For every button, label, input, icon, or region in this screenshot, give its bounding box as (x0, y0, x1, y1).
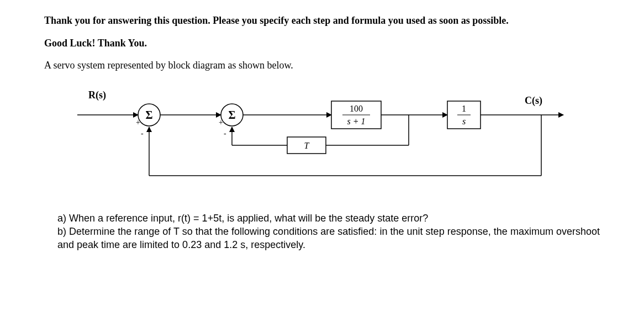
output-label: C(s) (525, 95, 542, 107)
block-g2-den: s (462, 117, 466, 126)
block-g2-num: 1 (462, 104, 466, 113)
sum2-minus: - (224, 129, 226, 138)
question-b: b) Determine the range of T so that the … (57, 225, 600, 252)
block-t-label: T (304, 141, 310, 150)
sum1-minus: - (141, 129, 144, 138)
intro-line3: A servo system represented by block diag… (44, 59, 600, 72)
intro-line1: Thank you for answering this question. P… (44, 14, 600, 27)
sum1-plus: + (136, 118, 140, 127)
question-a: a) When a reference input, r(t) = 1+5t, … (57, 212, 600, 225)
intro-line2: Good Luck! Thank You. (44, 37, 600, 50)
block-diagram: R(s) Σ + - Σ + - 100 s + 1 1 s C(s) T (66, 82, 600, 195)
block-g1-den: s + 1 (347, 117, 365, 126)
sum2-plus: + (219, 118, 223, 127)
sum1-label: Σ (145, 109, 152, 121)
sum2-label: Σ (228, 109, 235, 121)
block-g1-num: 100 (350, 104, 363, 113)
input-label: R(s) (88, 89, 106, 101)
